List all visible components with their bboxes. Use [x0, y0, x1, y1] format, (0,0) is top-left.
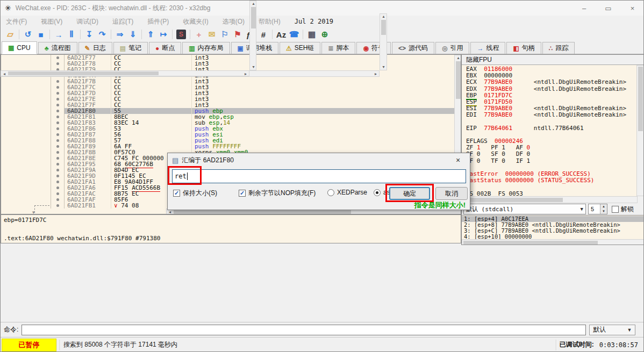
- keep-size-checkbox[interactable]: ✓ 保持大小(S): [173, 189, 217, 198]
- command-history-select[interactable]: 默认 ▼: [589, 325, 635, 335]
- tab-断点[interactable]: ●断点: [149, 42, 181, 54]
- cancel-button[interactable]: 取消: [435, 187, 468, 200]
- menu-选项(O)[interactable]: 选项(O): [223, 17, 245, 26]
- tab-流程图[interactable]: ♣流程图: [38, 42, 77, 54]
- menu-追踪(T)[interactable]: 追踪(T): [112, 17, 133, 26]
- execute-till-return-icon[interactable]: ⇑: [144, 28, 157, 40]
- checkbox-checked-icon[interactable]: ✓: [239, 190, 246, 197]
- arguments-pane[interactable]: 1: [esp+4] A0C17EEA2: [esp+8] 77B9ABE0 <…: [462, 215, 644, 239]
- breakpoint-gutter[interactable]: [51, 179, 65, 185]
- pause-icon[interactable]: Ⅱ: [65, 28, 78, 40]
- breakpoint-gutter[interactable]: [51, 138, 65, 143]
- open-file-icon[interactable]: ▱: [4, 28, 17, 40]
- breakpoint-gutter[interactable]: [51, 143, 65, 149]
- calling-convention-select[interactable]: 默认 (stdcall) ▼: [463, 204, 586, 214]
- breakpoint-gutter[interactable]: [51, 167, 65, 173]
- tab-线程[interactable]: →线程: [470, 42, 505, 54]
- tab-脚本[interactable]: ≣脚本: [321, 42, 355, 54]
- register-line[interactable]: CF 0 TF 0 IF 1: [466, 158, 637, 164]
- breakpoint-gutter[interactable]: [51, 185, 65, 191]
- breakpoint-gutter[interactable]: [51, 191, 65, 197]
- xedparse-radio[interactable]: XEDParse: [327, 189, 367, 196]
- patches-icon[interactable]: +: [192, 28, 205, 40]
- dump-vertical-scrollbar[interactable]: ▴ ▾: [380, 13, 387, 70]
- breakpoint-gutter[interactable]: [51, 55, 65, 61]
- breakpoint-gutter[interactable]: [51, 155, 65, 161]
- tab-SEH链[interactable]: ⚠SEH链: [280, 42, 320, 54]
- shortcuts-icon[interactable]: #: [257, 28, 270, 40]
- menu-帮助(H)[interactable]: 帮助(H): [259, 17, 281, 26]
- step-into-icon[interactable]: ↧: [83, 28, 96, 40]
- breakpoint-gutter[interactable]: [51, 149, 65, 155]
- calculator-icon[interactable]: ▦: [305, 28, 318, 40]
- close-debuggee-icon[interactable]: ■: [34, 28, 47, 40]
- close-button[interactable]: ×: [620, 1, 644, 16]
- breakpoint-gutter[interactable]: [51, 173, 65, 179]
- radio-selected-icon[interactable]: [374, 189, 381, 196]
- stack-vertical-scrollbar[interactable]: ▴ ▾: [249, 1, 256, 70]
- tab-引用[interactable]: ◎引用: [435, 42, 469, 54]
- tab-跟踪[interactable]: ∴跟踪: [542, 42, 575, 54]
- menu-收藏夹(I)[interactable]: 收藏夹(I): [183, 17, 208, 26]
- fill-nop-checkbox[interactable]: ✓ 剩余字节以NOP填充(F): [239, 189, 316, 198]
- run-icon[interactable]: →: [52, 28, 65, 40]
- stack-horizontal-scrollbar[interactable]: ◂ ▸: [1, 70, 249, 76]
- args-depth-stepper[interactable]: 5 ▲▼: [588, 204, 607, 214]
- breakpoint-gutter[interactable]: [51, 102, 65, 108]
- breakpoint-gutter[interactable]: [51, 90, 65, 96]
- assemble-instruction-input[interactable]: ret: [172, 169, 466, 183]
- command-input[interactable]: [22, 325, 586, 335]
- checkbox-checked-icon[interactable]: ✓: [173, 190, 180, 197]
- breakpoint-gutter[interactable]: [51, 161, 65, 167]
- breakpoint-gutter[interactable]: [51, 61, 65, 67]
- scylla-icon[interactable]: S: [175, 28, 188, 40]
- registers-vertical-scrollbar[interactable]: [636, 65, 644, 196]
- labels-icon[interactable]: ⚐: [218, 28, 231, 40]
- bookmarks-icon[interactable]: ⚑: [231, 28, 244, 40]
- register-line[interactable]: EIP 77B64061 ntdll.77B64061: [466, 125, 637, 132]
- hide-fpu-button[interactable]: 隐藏FPU: [462, 55, 644, 65]
- attach-icon[interactable]: ↦: [157, 28, 170, 40]
- dialog-title-bar[interactable]: ▤ 汇编于 6AD21F80 ×: [168, 153, 470, 167]
- checkbox-icon[interactable]: [612, 206, 619, 213]
- menu-插件(P)[interactable]: 插件(P): [147, 17, 169, 26]
- appearance-icon[interactable]: Az: [275, 28, 288, 40]
- menu-视图(V)[interactable]: 视图(V): [41, 17, 62, 26]
- breakpoint-gutter[interactable]: [51, 78, 65, 84]
- register-line[interactable]: EDI 77B9ABE0 <ntdll.DbgUiRemoteBreakin>: [466, 112, 637, 118]
- minimize-button[interactable]: –: [572, 1, 596, 16]
- comments-icon[interactable]: ✉: [205, 28, 218, 40]
- breakpoint-gutter[interactable]: [51, 84, 65, 90]
- tab-句柄[interactable]: ◧句柄: [506, 42, 541, 54]
- registers-list[interactable]: EAX 01186000EBX 00000000ECX 77B9ABE0 <nt…: [462, 65, 638, 196]
- tab-笔记[interactable]: ▤笔记: [113, 42, 148, 54]
- menu-文件(F)[interactable]: 文件(F): [6, 17, 27, 26]
- tab-源代码[interactable]: <>源代码: [392, 42, 434, 54]
- breakpoint-gutter[interactable]: [51, 132, 65, 138]
- breakpoint-gutter[interactable]: [51, 197, 65, 203]
- dialog-close-button[interactable]: ×: [450, 156, 466, 164]
- breakpoint-gutter[interactable]: [51, 203, 65, 209]
- tab-日志[interactable]: ✎日志: [78, 42, 112, 54]
- unlock-checkbox[interactable]: 解锁: [612, 205, 634, 214]
- step-into-source-icon[interactable]: ⇓: [126, 28, 139, 40]
- breakpoint-gutter[interactable]: [51, 114, 65, 120]
- radio-icon[interactable]: [327, 189, 334, 196]
- maximize-button[interactable]: ▭: [596, 1, 620, 16]
- tab-CPU[interactable]: ▦CPU: [2, 41, 37, 54]
- breakpoint-gutter[interactable]: [51, 108, 65, 114]
- step-over-icon[interactable]: ↷: [96, 28, 109, 40]
- breakpoint-gutter[interactable]: [51, 126, 65, 132]
- disasm-instruction: int3: [191, 61, 461, 67]
- breakpoint-gutter[interactable]: [51, 120, 65, 126]
- calls-icon[interactable]: ☎: [288, 28, 300, 40]
- registers-horizontal-scrollbar[interactable]: [462, 196, 638, 203]
- restart-icon[interactable]: ↺: [22, 28, 34, 40]
- internet-icon[interactable]: ⊕: [318, 28, 331, 40]
- breakpoint-gutter[interactable]: [51, 96, 65, 102]
- arguments-horizontal-scrollbar[interactable]: [462, 239, 644, 245]
- menu-调试(D)[interactable]: 调试(D): [76, 17, 98, 26]
- register-line[interactable]: LastStatus 00000000 (STATUS_SUCCESS): [466, 177, 637, 184]
- tab-内存布局[interactable]: ▥内存布局: [182, 42, 230, 54]
- run-to-user-code-icon[interactable]: ⇒: [113, 28, 126, 40]
